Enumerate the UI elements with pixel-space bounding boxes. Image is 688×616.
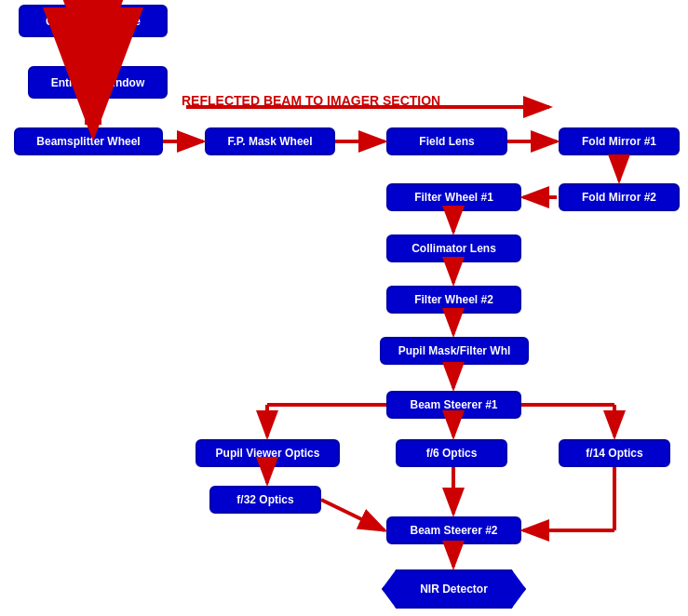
entrance-window-box: Entrance Window xyxy=(28,66,168,99)
fold-mirror-2-box: Fold Mirror #2 xyxy=(559,183,680,211)
filter-wheel-2-box: Filter Wheel #2 xyxy=(386,286,521,314)
fp-mask-wheel-box: F.P. Mask Wheel xyxy=(205,127,335,155)
beamsplitter-wheel-box: Beamsplitter Wheel xyxy=(14,127,163,155)
f6-optics-box: f/6 Optics xyxy=(396,439,507,467)
beam-steerer-2-box: Beam Steerer #2 xyxy=(386,516,521,544)
field-lens-box: Field Lens xyxy=(386,127,507,155)
beam-steerer-1-box: Beam Steerer #1 xyxy=(386,391,521,419)
f32-optics-box: f/32 Optics xyxy=(209,486,321,514)
f14-optics-box: f/14 Optics xyxy=(559,439,670,467)
fold-mirror-1-box: Fold Mirror #1 xyxy=(559,127,680,155)
diagram: Gemini Telescope Entrance Window Beamspl… xyxy=(0,0,688,616)
pupil-viewer-optics-box: Pupil Viewer Optics xyxy=(196,439,340,467)
collimator-lens-box: Collimator Lens xyxy=(386,234,521,262)
filter-wheel-1-box: Filter Wheel #1 xyxy=(386,183,521,211)
pupil-mask-box: Pupil Mask/Filter Whl xyxy=(380,337,529,365)
svg-line-16 xyxy=(321,500,384,530)
nir-detector-box: NIR Detector xyxy=(382,569,526,609)
reflected-beam-label: REFLECTED BEAM TO IMAGER SECTION xyxy=(182,93,440,108)
gemini-telescope-box: Gemini Telescope xyxy=(19,5,168,37)
